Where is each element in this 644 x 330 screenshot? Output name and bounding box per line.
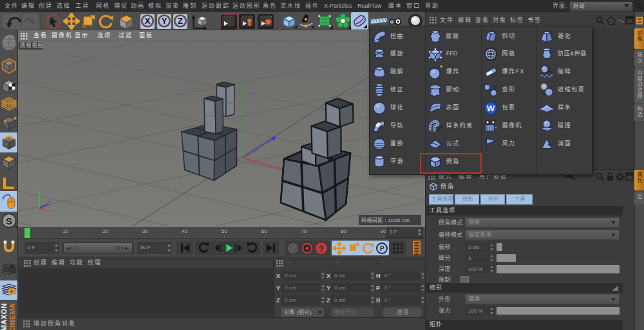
svg-text:X: X bbox=[145, 16, 151, 26]
svg-text:X: X bbox=[49, 209, 52, 214]
svg-text:10: 10 bbox=[62, 228, 68, 234]
svg-text:Y: Y bbox=[37, 187, 41, 191]
svg-text:50: 50 bbox=[222, 228, 227, 234]
svg-text:20: 20 bbox=[102, 228, 108, 234]
svg-text:Z: Z bbox=[178, 16, 183, 26]
svg-text:P: P bbox=[380, 245, 384, 252]
svg-text:80: 80 bbox=[341, 228, 346, 234]
svg-text:40: 40 bbox=[182, 228, 187, 234]
svg-text:Z: Z bbox=[47, 201, 50, 205]
svg-text:90: 90 bbox=[381, 228, 386, 234]
svg-text:Y: Y bbox=[161, 16, 167, 26]
svg-text:70: 70 bbox=[301, 228, 307, 234]
svg-text:30: 30 bbox=[142, 228, 148, 234]
svg-text:W: W bbox=[487, 104, 495, 113]
svg-text:?: ? bbox=[319, 244, 323, 253]
svg-text:60: 60 bbox=[261, 228, 267, 234]
svg-text:S: S bbox=[6, 215, 12, 226]
